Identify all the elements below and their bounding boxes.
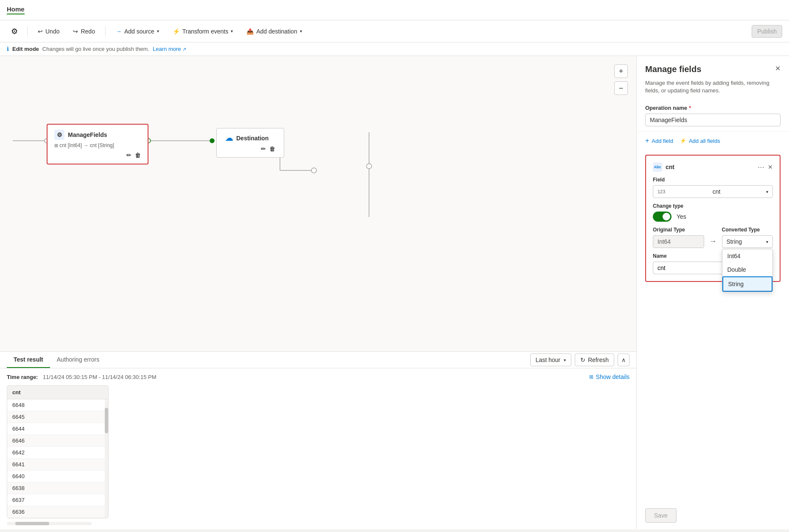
table-header-cnt: cnt [7,386,108,399]
home-tab[interactable]: Home [7,6,25,14]
destination-node[interactable]: ☁ Destination ✏ 🗑 [216,128,284,158]
field-123-icon: 123 [658,189,665,194]
toolbar-separator-2 [105,26,106,36]
svg-point-4 [210,139,214,143]
table-row: 6641 [7,459,108,471]
delete-destination-button[interactable]: 🗑 [269,145,275,152]
table-scroll-area[interactable]: 6648 6645 6644 6646 6642 6641 6640 6638 … [7,399,108,518]
required-indicator: * [689,105,691,111]
operation-name-input[interactable] [645,114,781,126]
table-row: 6636 [7,506,108,518]
original-type-value: Int64 [653,235,704,248]
add-source-label: Add source [124,28,154,35]
add-all-fields-button[interactable]: ⚡ Add all fields [680,138,720,144]
settings-button[interactable]: ⚙ [7,24,22,39]
table-row: 6642 [7,447,108,459]
change-type-row: Yes [653,212,773,222]
change-type-label: Change type [653,203,773,209]
type-dropdown: Int64 Double String [722,249,773,292]
tab-controls: Last hour ▾ ↻ Refresh ∧ [530,354,630,366]
transform-icon: ⚡ [173,28,180,35]
main-layout: ⚙ ManageFields ⊞ cnt [Int64] → cnt [Stri… [0,56,789,529]
horizontal-scrollbar[interactable] [7,522,92,525]
panel-collapse-button[interactable]: ∧ [618,354,630,366]
right-panel-title: Manage fields [645,64,701,74]
cnt-field-box: Abc cnt ⋯ ✕ Field 123 cnt ▾ Change [645,155,781,282]
zoom-in-button[interactable]: + [614,64,628,78]
redo-label: Redo [81,28,95,35]
transform-events-button[interactable]: ⚡ Transform events ▾ [168,25,238,37]
canvas[interactable]: ⚙ ManageFields ⊞ cnt [Int64] → cnt [Stri… [0,56,636,351]
field-select-chevron-icon: ▾ [766,189,768,194]
field-section: Field 123 cnt ▾ [653,177,773,198]
table-row: 6644 [7,423,108,435]
delete-node-button[interactable]: 🗑 [135,152,141,159]
edit-node-button[interactable]: ✏ [126,152,132,159]
table-row: 6640 [7,471,108,482]
minus-icon: − [619,84,624,93]
right-panel: Manage fields ✕ Manage the event fields … [636,56,789,529]
operation-name-label: Operation name * [645,105,781,111]
canvas-container: ⚙ ManageFields ⊞ cnt [Int64] → cnt [Stri… [0,56,636,529]
scrollbar-track[interactable] [105,399,108,518]
time-range-dropdown[interactable]: Last hour ▾ [530,354,571,366]
manage-fields-node[interactable]: ⚙ ManageFields ⊞ cnt [Int64] → cnt [Stri… [47,124,148,164]
change-type-toggle[interactable] [653,212,671,222]
external-link-icon: ↗ [182,47,186,52]
tab-test-result[interactable]: Test result [7,352,50,368]
arrow-right-icon: → [709,237,717,246]
cnt-field-header: Abc cnt ⋯ ✕ [653,162,773,172]
redo-icon [73,28,78,35]
publish-button[interactable]: Publish [752,25,782,38]
manage-fields-icon: ⚙ [54,130,64,140]
dropdown-item-double[interactable]: Double [722,263,773,276]
edit-destination-button[interactable]: ✏ [261,145,266,152]
refresh-label: Refresh [588,357,609,363]
add-field-button[interactable]: + Add field [645,137,673,145]
abc-icon: Abc [653,162,662,172]
refresh-button[interactable]: ↻ Refresh [575,354,614,366]
close-right-panel-button[interactable]: ✕ [775,64,781,72]
connector-svg [0,56,636,351]
add-source-chevron-icon: ▾ [157,29,159,33]
tab-authoring-errors[interactable]: Authoring errors [50,352,106,368]
show-details-label: Show details [596,373,630,380]
add-source-button[interactable]: → Add source ▾ [111,25,164,37]
cnt-close-button[interactable]: ✕ [768,164,773,170]
table-row: 6637 [7,494,108,506]
type-row: Original Type Int64 → Converted Type Str… [653,227,773,248]
field-section-label: Field [653,177,773,183]
manage-fields-node-title: ManageFields [68,131,107,138]
save-button[interactable]: Save [645,508,677,523]
add-all-fields-label: Add all fields [689,138,720,144]
operation-name-section: Operation name * [637,100,789,132]
edit-mode-message: Changes will go live once you publish th… [42,46,149,52]
converted-type-col: Converted Type String ▾ Int64 Double Str… [722,227,773,248]
toolbar: ⚙ Undo Redo → Add source ▾ ⚡ Transform e… [0,20,789,42]
right-panel-header: Manage fields ✕ [637,56,789,79]
learn-more-link[interactable]: Learn more ↗ [153,46,186,52]
zoom-out-button[interactable]: − [614,81,628,95]
dropdown-item-int64[interactable]: Int64 [722,249,773,263]
scrollbar-thumb[interactable] [105,408,108,433]
last-hour-label: Last hour [536,357,560,363]
show-details-button[interactable]: ⊞ Show details [589,373,630,380]
chevron-down-icon: ∧ [621,357,626,363]
time-range-info: Time range: 11/14/24 05:30:15 PM - 11/14… [7,374,157,380]
converted-type-select[interactable]: String ▾ [722,235,773,248]
converted-type-value: String [727,238,742,245]
redo-button[interactable]: Redo [68,25,100,37]
bottom-content: Time range: 11/14/24 05:30:15 PM - 11/14… [0,368,636,529]
lightning-icon: ⚡ [680,138,686,144]
h-scroll-thumb[interactable] [15,522,49,525]
undo-icon [38,28,43,35]
table-row: 6648 [7,399,108,411]
dropdown-item-string[interactable]: String [722,276,773,292]
undo-button[interactable]: Undo [33,25,64,37]
add-destination-button[interactable]: 📤 Add destination ▾ [241,25,307,37]
field-select-dropdown[interactable]: 123 cnt ▾ [653,185,773,198]
table-row: 6646 [7,435,108,447]
add-destination-label: Add destination [256,28,297,35]
cnt-more-options-button[interactable]: ⋯ [758,163,764,171]
toggle-yes-label: Yes [677,213,686,220]
